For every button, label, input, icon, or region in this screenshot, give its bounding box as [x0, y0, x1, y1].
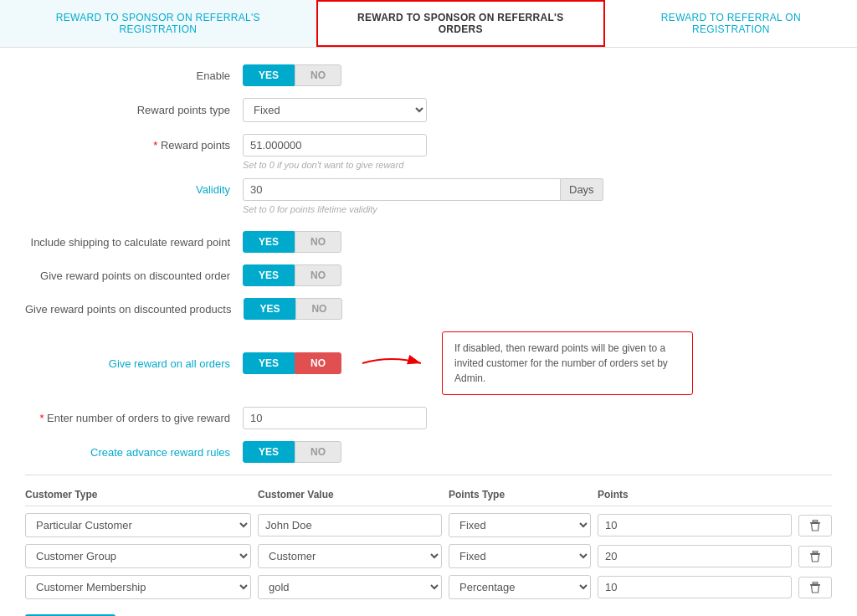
reward-points-input[interactable] — [243, 134, 427, 157]
points-type-select-1[interactable]: Fixed Percentage — [449, 513, 591, 537]
discounted-products-toggle: YES NO — [244, 298, 342, 320]
enter-orders-row: Enter number of orders to give reward — [25, 407, 832, 429]
reward-points-label: Reward points — [25, 139, 243, 151]
delete-row-1-btn[interactable] — [798, 515, 832, 536]
table-header: Customer Type Customer Value Points Type… — [25, 484, 832, 506]
include-shipping-no-btn[interactable]: NO — [295, 231, 341, 253]
validity-label: Validity — [25, 183, 243, 196]
discounted-order-label: Give reward points on discounted order — [25, 270, 243, 282]
points-type-select-2[interactable]: Fixed Percentage — [449, 544, 591, 568]
discounted-order-no-btn[interactable]: NO — [295, 264, 341, 286]
include-shipping-toggle: YES NO — [243, 231, 341, 253]
tab-referral-registration[interactable]: REWARD TO REFERRAL ON REGISTRATION — [605, 0, 857, 47]
validity-group: Days — [243, 178, 603, 201]
discounted-order-toggle: YES NO — [243, 264, 341, 286]
advance-rules-no-btn[interactable]: NO — [295, 441, 341, 463]
reward-points-row: Reward points — [25, 134, 832, 157]
enable-yes-btn[interactable]: YES — [243, 64, 295, 86]
delete-row-3-btn[interactable] — [798, 577, 832, 598]
give-reward-all-label: Give reward on all orders — [25, 357, 243, 370]
enable-toggle: YES NO — [243, 64, 341, 86]
give-reward-all-yes-btn[interactable]: YES — [243, 352, 295, 374]
tooltip-text: If disabled, then reward points will be … — [454, 342, 668, 384]
discounted-products-yes-btn[interactable]: YES — [244, 298, 295, 320]
enter-orders-input[interactable] — [243, 407, 427, 429]
advance-rules-table: Customer Type Customer Value Points Type… — [25, 475, 832, 616]
discounted-products-row: Give reward points on discounted product… — [25, 298, 832, 320]
discounted-order-yes-btn[interactable]: YES — [243, 264, 295, 286]
points-input-2[interactable] — [598, 545, 792, 567]
advance-rules-label: Create advance reward rules — [25, 446, 243, 459]
customer-value-input-1[interactable] — [258, 514, 442, 536]
advance-rules-toggle: YES NO — [243, 441, 341, 463]
table-row: Particular Customer Customer Group Custo… — [25, 575, 832, 599]
col-customer-type: Customer Type — [25, 489, 251, 501]
col-points: Points — [598, 489, 792, 501]
reward-points-type-select[interactable]: Fixed Percentage — [243, 98, 427, 122]
reward-points-hint: Set to 0 if you don't want to give rewar… — [25, 160, 832, 170]
tab-bar: REWARD TO SPONSOR ON REFERRAL'S REGISTRA… — [0, 0, 857, 48]
trash-icon — [809, 582, 821, 593]
validity-unit: Days — [561, 178, 603, 201]
svg-rect-2 — [813, 520, 818, 521]
trash-icon — [809, 551, 821, 562]
include-shipping-row: Include shipping to calculate reward poi… — [25, 231, 832, 253]
give-reward-all-toggle: YES NO — [243, 352, 341, 374]
customer-value-select-2[interactable]: Customer Wholesale Retail — [258, 544, 442, 568]
tooltip-box: If disabled, then reward points will be … — [442, 331, 693, 395]
table-row: Particular Customer Customer Group Custo… — [25, 513, 832, 537]
advance-rules-row: Create advance reward rules YES NO — [25, 441, 832, 463]
enter-orders-label: Enter number of orders to give reward — [25, 412, 243, 424]
tooltip-arrow — [358, 351, 425, 376]
points-type-select-3[interactable]: Fixed Percentage — [449, 575, 591, 599]
col-points-type: Points Type — [449, 489, 591, 501]
customer-type-select-3[interactable]: Particular Customer Customer Group Custo… — [25, 575, 251, 599]
table-row: Particular Customer Customer Group Custo… — [25, 544, 832, 568]
give-reward-all-no-btn[interactable]: NO — [295, 352, 341, 374]
validity-row: Validity Days — [25, 178, 832, 201]
points-input-1[interactable] — [598, 514, 792, 536]
validity-hint: Set to 0 for points lifetime validity — [25, 204, 832, 214]
validity-input[interactable] — [243, 178, 561, 201]
col-actions — [798, 489, 832, 501]
trash-icon — [809, 520, 821, 531]
points-input-3[interactable] — [598, 576, 792, 598]
enable-row: Enable YES NO — [25, 64, 832, 86]
enable-label: Enable — [25, 69, 243, 82]
advance-rules-yes-btn[interactable]: YES — [243, 441, 295, 463]
discounted-products-no-btn[interactable]: NO — [295, 298, 342, 320]
delete-row-2-btn[interactable] — [798, 546, 832, 567]
svg-rect-6 — [813, 582, 818, 583]
tab-sponsor-orders[interactable]: REWARD TO SPONSOR ON REFERRAL'S ORDERS — [316, 0, 605, 47]
reward-points-type-label: Reward points type — [25, 104, 243, 116]
discounted-products-label: Give reward points on discounted product… — [25, 303, 244, 316]
give-reward-all-container: Give reward on all orders YES NO If disa… — [25, 331, 832, 395]
include-shipping-label: Include shipping to calculate reward poi… — [25, 236, 243, 249]
customer-type-select-1[interactable]: Particular Customer Customer Group Custo… — [25, 513, 251, 537]
col-customer-value: Customer Value — [258, 489, 442, 501]
customer-type-select-2[interactable]: Particular Customer Customer Group Custo… — [25, 544, 251, 568]
enable-no-btn[interactable]: NO — [295, 64, 341, 86]
form-content: Enable YES NO Reward points type Fixed P… — [0, 48, 857, 616]
discounted-order-row: Give reward points on discounted order Y… — [25, 264, 832, 286]
include-shipping-yes-btn[interactable]: YES — [243, 231, 295, 253]
tab-sponsor-registration[interactable]: REWARD TO SPONSOR ON REFERRAL'S REGISTRA… — [0, 0, 316, 47]
customer-value-select-3[interactable]: gold silver bronze — [258, 575, 442, 599]
svg-rect-4 — [813, 551, 818, 552]
reward-points-type-row: Reward points type Fixed Percentage — [25, 98, 832, 122]
